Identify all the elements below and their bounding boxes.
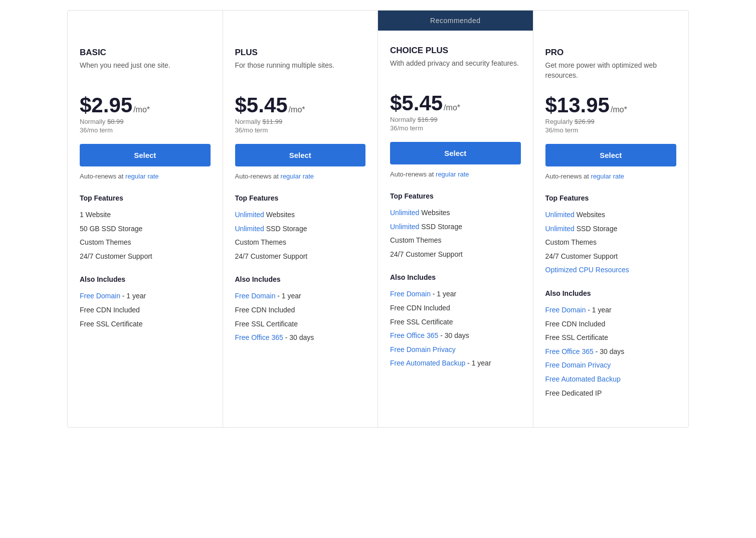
plan-normally-plus: Normally $11.99 <box>235 118 366 125</box>
regular-rate-link[interactable]: regular rate <box>281 172 314 180</box>
plan-content-basic: BASICWhen you need just one site.$2.95/m… <box>68 33 223 358</box>
feature-link[interactable]: Free Office 365 <box>545 347 594 355</box>
also-includes-list-pro: Free Domain - 1 yearFree CDN IncludedFre… <box>545 303 677 400</box>
feature-link[interactable]: Free Domain Privacy <box>390 345 456 353</box>
list-item: 50 GB SSD Storage <box>80 222 211 236</box>
feature-link[interactable]: Free Domain <box>390 290 431 298</box>
pricing-wrapper: BASICWhen you need just one site.$2.95/m… <box>57 0 699 438</box>
plan-normally-basic: Normally $8.99 <box>80 118 211 125</box>
auto-renew-plus: Auto-renews at regular rate <box>235 172 366 180</box>
list-item: Optimized CPU Resources <box>545 263 677 277</box>
feature-link[interactable]: Unlimited <box>390 223 419 231</box>
plan-name-choice-plus: CHOICE PLUS <box>390 46 521 56</box>
regular-rate-link[interactable]: regular rate <box>436 170 469 178</box>
select-button-plus[interactable]: Select <box>235 144 366 166</box>
top-features-title-pro: Top Features <box>545 194 677 202</box>
list-item: Free SSL Certificate <box>80 317 211 331</box>
list-item: Free Automated Backup <box>545 373 677 387</box>
plan-tagline-pro: Get more power with optimized web resour… <box>545 61 677 85</box>
no-banner-spacer <box>68 11 223 33</box>
feature-link[interactable]: Unlimited <box>390 209 419 217</box>
plan-content-pro: PROGet more power with optimized web res… <box>533 33 689 427</box>
plan-price-choice-plus: $5.45/mo* <box>390 93 521 114</box>
list-item: Free Domain - 1 year <box>390 287 521 301</box>
plan-tagline-basic: When you need just one site. <box>80 61 211 85</box>
top-features-title-plus: Top Features <box>235 194 366 202</box>
feature-link[interactable]: Free Automated Backup <box>545 375 621 383</box>
feature-link[interactable]: Free Domain Privacy <box>545 361 611 369</box>
list-item: Custom Themes <box>235 236 366 250</box>
plan-name-plus: PLUS <box>235 48 366 58</box>
plan-name-basic: BASIC <box>80 48 211 58</box>
top-features-title-choice-plus: Top Features <box>390 192 521 200</box>
price-dollar: $13.95 <box>545 95 610 116</box>
feature-link[interactable]: Unlimited <box>545 211 575 219</box>
list-item: Unlimited SSD Storage <box>235 222 366 236</box>
top-features-list-plus: Unlimited WebsitesUnlimited SSD StorageC… <box>235 208 366 263</box>
regular-rate-link[interactable]: regular rate <box>125 172 158 180</box>
list-item: Unlimited Websites <box>235 208 366 222</box>
list-item: Free Domain - 1 year <box>235 289 366 303</box>
plan-name-pro: PRO <box>545 48 677 58</box>
plan-term-choice-plus: 36/mo term <box>390 124 521 132</box>
list-item: Free Domain Privacy <box>545 358 677 373</box>
list-item: 24/7 Customer Support <box>80 250 211 264</box>
price-suffix: /mo* <box>133 105 150 114</box>
feature-link[interactable]: Free Domain <box>545 306 586 314</box>
list-item: Free Automated Backup - 1 year <box>390 356 521 371</box>
feature-link[interactable]: Unlimited <box>235 211 264 219</box>
feature-link[interactable]: Free Automated Backup <box>390 359 465 367</box>
list-item: Free Domain - 1 year <box>80 289 211 303</box>
recommended-banner: Recommended <box>378 11 533 31</box>
price-dollar: $5.45 <box>390 93 443 114</box>
original-price: $8.99 <box>107 118 124 125</box>
list-item: Free SSL Certificate <box>545 331 677 345</box>
plan-tagline-choice-plus: With added privacy and security features… <box>390 59 521 83</box>
plan-content-choice-plus: CHOICE PLUSWith added privacy and securi… <box>378 31 533 398</box>
list-item: Free SSL Certificate <box>390 315 521 329</box>
list-item: Unlimited Websites <box>390 206 521 220</box>
list-item: Free Office 365 - 30 days <box>390 329 521 343</box>
list-item: 24/7 Customer Support <box>545 250 677 264</box>
auto-renew-basic: Auto-renews at regular rate <box>80 172 211 180</box>
no-banner-spacer <box>533 11 689 33</box>
list-item: Free Domain - 1 year <box>545 303 677 317</box>
plan-content-plus: PLUSFor those running multiple sites.$5.… <box>223 33 378 372</box>
feature-link[interactable]: Free Domain <box>235 292 276 300</box>
also-includes-list-plus: Free Domain - 1 yearFree CDN IncludedFre… <box>235 289 366 344</box>
plan-price-plus: $5.45/mo* <box>235 95 366 116</box>
no-banner-spacer <box>223 11 378 33</box>
list-item: Custom Themes <box>80 236 211 250</box>
select-button-basic[interactable]: Select <box>80 144 211 166</box>
plan-tagline-plus: For those running multiple sites. <box>235 61 366 85</box>
feature-link[interactable]: Unlimited <box>235 225 264 233</box>
original-price: $16.99 <box>418 116 438 123</box>
original-price: $11.99 <box>262 118 282 125</box>
feature-link[interactable]: Free Domain <box>80 292 120 300</box>
select-button-pro[interactable]: Select <box>545 144 677 166</box>
list-item: Unlimited Websites <box>545 208 677 222</box>
feature-link[interactable]: Optimized CPU Resources <box>545 266 629 274</box>
list-item: Free Office 365 - 30 days <box>235 331 366 345</box>
feature-link[interactable]: Free Office 365 <box>235 333 283 341</box>
list-item: 24/7 Customer Support <box>390 248 521 262</box>
top-features-list-pro: Unlimited WebsitesUnlimited SSD StorageC… <box>545 208 677 277</box>
also-includes-title-pro: Also Includes <box>545 289 677 297</box>
list-item: Free Dedicated IP <box>545 387 677 401</box>
plan-col-basic: BASICWhen you need just one site.$2.95/m… <box>68 11 223 427</box>
feature-link[interactable]: Unlimited <box>545 225 575 233</box>
plan-col-plus: PLUSFor those running multiple sites.$5.… <box>223 11 379 427</box>
plan-col-choice-plus: RecommendedCHOICE PLUSWith added privacy… <box>378 11 533 427</box>
feature-link[interactable]: Free Office 365 <box>390 331 438 339</box>
also-includes-title-choice-plus: Also Includes <box>390 273 521 281</box>
list-item: Free CDN Included <box>390 301 521 315</box>
top-features-title-basic: Top Features <box>80 194 211 202</box>
price-suffix: /mo* <box>289 105 305 114</box>
plan-term-plus: 36/mo term <box>235 126 366 134</box>
regular-rate-link[interactable]: regular rate <box>591 172 624 180</box>
price-dollar: $5.45 <box>235 95 288 116</box>
select-button-choice-plus[interactable]: Select <box>390 142 521 164</box>
list-item: Unlimited SSD Storage <box>545 222 677 236</box>
also-includes-title-basic: Also Includes <box>80 275 211 283</box>
plan-col-pro: PROGet more power with optimized web res… <box>533 11 689 427</box>
